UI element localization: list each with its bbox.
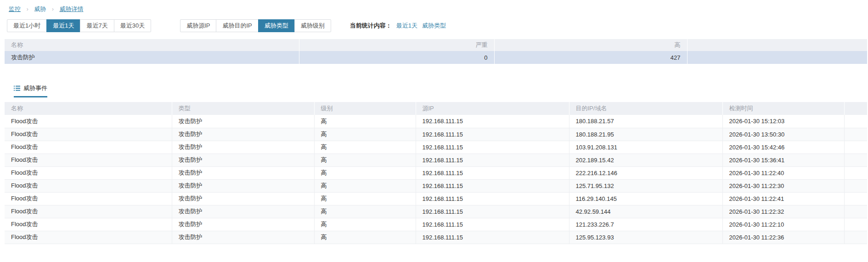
table-row[interactable]: 攻击防护 0 427 — [5, 51, 867, 64]
event-cell: 192.168.111.15 — [416, 218, 569, 231]
threat-dest-ip-button[interactable]: 威胁目的IP — [216, 19, 258, 32]
event-cell: 192.168.111.15 — [416, 128, 569, 141]
event-cell: 攻击防护 — [172, 115, 314, 128]
event-cell — [844, 179, 867, 192]
events-col-detect-time: 检测时间 — [722, 102, 844, 115]
event-cell: 202.189.15.42 — [569, 154, 722, 166]
event-cell — [844, 192, 867, 205]
event-cell: 高 — [314, 166, 416, 179]
event-cell: 高 — [314, 141, 416, 154]
event-cell: 192.168.111.15 — [416, 154, 569, 166]
event-cell: 攻击防护 — [172, 205, 314, 218]
time-filter-1h-button[interactable]: 最近1小时 — [7, 19, 47, 32]
summary-cell-empty — [687, 51, 867, 64]
event-cell — [844, 205, 867, 218]
time-filter-30d-button[interactable]: 最近30天 — [114, 19, 151, 32]
event-cell — [844, 128, 867, 141]
summary-cell-high: 427 — [494, 51, 687, 64]
summary-col-high: 高 — [494, 39, 687, 51]
event-cell: 高 — [314, 205, 416, 218]
event-cell: 攻击防护 — [172, 231, 314, 244]
events-col-gutter — [844, 102, 867, 115]
event-cell: Flood攻击 — [5, 192, 172, 205]
type-filter-group: 威胁源IP 威胁目的IP 威胁类型 威胁级别 — [180, 19, 331, 32]
event-cell: 192.168.111.15 — [416, 141, 569, 154]
event-cell: 高 — [314, 154, 416, 166]
event-cell: 攻击防护 — [172, 179, 314, 192]
threat-type-button[interactable]: 威胁类型 — [258, 19, 295, 32]
event-cell: Flood攻击 — [5, 141, 172, 154]
breadcrumb-threat[interactable]: 威胁 — [34, 6, 46, 12]
event-cell: 192.168.111.15 — [416, 231, 569, 244]
event-cell: Flood攻击 — [5, 166, 172, 179]
table-row: Flood攻击攻击防护高192.168.111.15180.188.21.572… — [5, 115, 867, 128]
table-row: Flood攻击攻击防护高192.168.111.15116.29.140.145… — [5, 192, 867, 205]
event-cell — [844, 218, 867, 231]
event-cell: 2026-01-30 11:22:41 — [722, 192, 844, 205]
event-cell: 高 — [314, 231, 416, 244]
summary-cell-name: 攻击防护 — [5, 51, 299, 64]
event-cell: 高 — [314, 218, 416, 231]
event-cell: 103.91.208.131 — [569, 141, 722, 154]
tab-threat-events-label: 威胁事件 — [23, 84, 47, 92]
event-cell: 121.233.226.7 — [569, 218, 722, 231]
event-cell: Flood攻击 — [5, 154, 172, 166]
breadcrumb-threat-details[interactable]: 威胁详情 — [60, 6, 84, 12]
breadcrumb-separator: › — [27, 6, 28, 12]
event-cell: 192.168.111.15 — [416, 192, 569, 205]
events-col-source-ip: 源IP — [416, 102, 569, 115]
time-filter-7d-button[interactable]: 最近7天 — [80, 19, 114, 32]
breadcrumb-separator: › — [52, 6, 54, 12]
summary-cell-severe: 0 — [299, 51, 494, 64]
table-row: Flood攻击攻击防护高192.168.111.15125.71.95.1322… — [5, 179, 867, 192]
threat-level-button[interactable]: 威胁级别 — [294, 19, 331, 32]
event-cell: Flood攻击 — [5, 218, 172, 231]
event-cell: 2026-01-30 15:12:03 — [722, 115, 844, 128]
event-cell: 180.188.21.57 — [569, 115, 722, 128]
event-cell: 高 — [314, 192, 416, 205]
event-cell: 高 — [314, 115, 416, 128]
breadcrumb-monitor[interactable]: 监控 — [9, 6, 21, 12]
event-cell: 攻击防护 — [172, 218, 314, 231]
event-cell: 攻击防护 — [172, 154, 314, 166]
table-row: Flood攻击攻击防护高192.168.111.15103.91.208.131… — [5, 141, 867, 154]
event-cell: 192.168.111.15 — [416, 166, 569, 179]
event-cell: 攻击防护 — [172, 166, 314, 179]
tab-threat-events[interactable]: 威胁事件 — [14, 84, 47, 97]
threat-source-ip-button[interactable]: 威胁源IP — [180, 19, 216, 32]
summary-col-severe: 严重 — [299, 39, 494, 51]
event-cell: 高 — [314, 128, 416, 141]
threat-events-table: 名称 类型 级别 源IP 目的IP/域名 检测时间 Flood攻击攻击防护高19… — [5, 102, 867, 244]
event-cell: 2026-01-30 11:22:30 — [722, 179, 844, 192]
threat-summary-table: 名称 严重 高 攻击防护 0 427 — [5, 39, 867, 64]
event-cell: Flood攻击 — [5, 115, 172, 128]
events-table-body: Flood攻击攻击防护高192.168.111.15180.188.21.572… — [5, 115, 867, 244]
table-row: Flood攻击攻击防护高192.168.111.15222.216.12.146… — [5, 166, 867, 179]
event-cell: 攻击防护 — [172, 192, 314, 205]
list-icon — [14, 85, 20, 91]
event-cell — [844, 231, 867, 244]
current-statistics-time-link[interactable]: 最近1天 — [396, 22, 417, 30]
event-cell: 高 — [314, 179, 416, 192]
event-cell: 222.216.12.146 — [569, 166, 722, 179]
event-cell: 2026-01-30 11:22:10 — [722, 218, 844, 231]
table-row: Flood攻击攻击防护高192.168.111.15125.95.123.932… — [5, 231, 867, 244]
event-cell: 116.29.140.145 — [569, 192, 722, 205]
event-cell: Flood攻击 — [5, 205, 172, 218]
event-cell: 2026-01-30 11:22:36 — [722, 231, 844, 244]
events-header-row: 名称 类型 级别 源IP 目的IP/域名 检测时间 — [5, 102, 867, 115]
event-cell: 攻击防护 — [172, 128, 314, 141]
current-statistics-type-link[interactable]: 威胁类型 — [422, 22, 446, 30]
event-cell — [844, 154, 867, 166]
table-row: Flood攻击攻击防护高192.168.111.15180.188.21.952… — [5, 128, 867, 141]
time-filter-1d-button[interactable]: 最近1天 — [46, 19, 80, 32]
event-cell: 125.95.123.93 — [569, 231, 722, 244]
event-cell: 42.92.59.144 — [569, 205, 722, 218]
event-cell: Flood攻击 — [5, 179, 172, 192]
event-cell — [844, 141, 867, 154]
event-cell: 攻击防护 — [172, 141, 314, 154]
table-row: Flood攻击攻击防护高192.168.111.1542.92.59.14420… — [5, 205, 867, 218]
event-cell: 2026-01-30 11:22:40 — [722, 166, 844, 179]
filter-toolbar: 最近1小时 最近1天 最近7天 最近30天 威胁源IP 威胁目的IP 威胁类型 … — [7, 19, 868, 32]
events-col-type: 类型 — [172, 102, 314, 115]
